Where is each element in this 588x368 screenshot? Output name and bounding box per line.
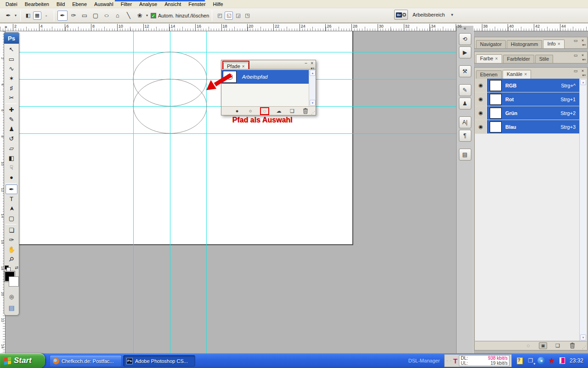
pen-tool[interactable]: ✒	[6, 184, 17, 194]
minimize-close-icons[interactable]: ▭ ×	[574, 38, 585, 43]
magic-wand-tool[interactable]: ✶	[6, 74, 17, 83]
menu-ansicht[interactable]: Ansicht	[161, 1, 185, 7]
tab-close-icon[interactable]: ×	[495, 56, 498, 61]
new-channel-button[interactable]: ❏	[554, 342, 562, 349]
fill-path-button[interactable]: ●	[233, 108, 241, 114]
shape-tool[interactable]: ▢	[6, 213, 17, 223]
tab-histogramm[interactable]: Histogramm	[507, 40, 542, 48]
resize-grip-icon[interactable]: ⋰	[311, 110, 315, 115]
background-color-swatch[interactable]	[9, 276, 19, 287]
auto-add-delete-checkbox[interactable]: ✓	[151, 13, 156, 18]
screen-mode-button[interactable]: ▤	[6, 303, 17, 312]
toolbox-grip[interactable]: »	[5, 24, 7, 29]
quick-mask-button[interactable]: ◎	[6, 292, 17, 301]
delete-path-button[interactable]	[302, 108, 309, 114]
horizontal-guide[interactable]	[6, 133, 456, 134]
workspace-menu[interactable]: Arbeitsbereich	[413, 12, 445, 17]
palette-menu-icon[interactable]: ▾≡	[582, 58, 586, 62]
display-tray-icon[interactable]: ❐▾	[527, 357, 534, 364]
tab-close-icon[interactable]: ×	[524, 72, 527, 77]
subtract-shape-area-button[interactable]: ◱	[225, 12, 233, 20]
collapse-well-icon[interactable]: «	[464, 26, 466, 31]
load-channel-as-selection-button[interactable]: ◌	[524, 342, 532, 349]
custom-shape-tool-button[interactable]: ❀	[135, 11, 145, 21]
menu-analyse[interactable]: Analyse	[136, 1, 161, 7]
rectangular-marquee-tool[interactable]: ▭	[6, 54, 17, 64]
notes-tool[interactable]: ❏	[6, 225, 17, 235]
channel-row-blau[interactable]: ◉BlauStrg+3	[475, 120, 579, 134]
resize-grip-icon[interactable]: ⋰	[582, 345, 586, 350]
tab-farbe[interactable]: Farbe×	[476, 54, 502, 63]
move-tool[interactable]: ↖	[6, 45, 17, 54]
vertical-guide[interactable]	[133, 31, 134, 353]
tab-stile[interactable]: Stile	[535, 55, 553, 63]
workspace-arrow-icon[interactable]: ▼	[450, 13, 454, 17]
type-tool[interactable]: T	[6, 194, 17, 204]
pen-tool-button[interactable]: ✒	[57, 11, 68, 21]
ellipse-tool-button[interactable]: ○	[99, 11, 114, 21]
clone-stamp-tool[interactable]: ♟	[6, 124, 17, 134]
paths-button[interactable]: ▦	[33, 12, 41, 20]
make-work-path-button[interactable]: ☁	[275, 108, 283, 114]
crop-tool[interactable]: ♯	[6, 83, 17, 93]
tab-kanäle[interactable]: Kanäle×	[503, 70, 531, 79]
polygon-tool-button[interactable]: ⌂	[113, 11, 123, 21]
minimize-icon[interactable]: −	[305, 61, 307, 66]
eraser-tool[interactable]: ▱	[6, 144, 17, 153]
paths-scrollbar[interactable]: ▲ ▼	[309, 69, 316, 106]
menu-auswahl[interactable]: Auswahl	[90, 1, 117, 7]
hand-tool[interactable]: ✋	[6, 245, 17, 254]
eyedropper-tool[interactable]: ✑	[6, 235, 17, 245]
visibility-eye-icon[interactable]: ◉	[475, 79, 487, 92]
horizontal-guide[interactable]	[6, 52, 456, 52]
menu-fenster[interactable]: Fenster	[185, 1, 209, 7]
menu-bild[interactable]: Bild	[53, 1, 68, 7]
dsl-manager-label[interactable]: DSL-Manager	[408, 358, 440, 363]
actions-palette-button[interactable]: ▶	[459, 46, 471, 58]
taskbar-task[interactable]: Chefkoch.de: Postfac...	[50, 355, 122, 367]
channel-row-rot[interactable]: ◉RotStrg+1	[475, 92, 579, 106]
current-tool-preview[interactable]: ✒	[3, 11, 13, 21]
app-tray-icon[interactable]: ◄	[537, 357, 545, 364]
tool-presets-palette-button[interactable]: ⚒	[459, 65, 471, 77]
smudge-tool[interactable]: ☟	[6, 163, 17, 172]
delete-channel-button[interactable]	[568, 342, 577, 349]
visibility-eye-icon[interactable]: ◉	[475, 120, 487, 133]
exclude-shape-area-button[interactable]: ◳	[243, 12, 251, 20]
tab-navigator[interactable]: Navigator	[476, 40, 506, 48]
path-selection-tool[interactable]: ➤	[6, 204, 17, 213]
new-path-button[interactable]: ❏	[288, 108, 296, 114]
star-tray-icon[interactable]: ★	[548, 357, 555, 364]
menu-filter[interactable]: Filter	[117, 1, 136, 7]
messenger-tray-icon[interactable]	[560, 357, 565, 364]
tab-info[interactable]: Info×	[543, 40, 564, 48]
shape-layers-button[interactable]: ◧	[24, 12, 32, 20]
palette-menu-icon[interactable]: ▾≡	[582, 43, 586, 47]
save-selection-as-channel-button[interactable]: ◙	[539, 342, 547, 349]
freeform-pen-button[interactable]: ✑	[68, 11, 79, 21]
tool-preset-arrow-icon[interactable]: ▾	[15, 13, 17, 17]
start-button[interactable]: Start	[0, 353, 45, 368]
tab-farbfelder[interactable]: Farbfelder	[503, 55, 534, 63]
lasso-tool[interactable]: ∿	[6, 64, 17, 74]
menu-hilfe[interactable]: Hilfe	[209, 1, 227, 7]
brush-tool[interactable]: ✎	[6, 115, 17, 124]
vertical-guide[interactable]	[170, 31, 170, 353]
stroke-path-button[interactable]: ○	[247, 108, 254, 114]
menu-bearbeiten[interactable]: Bearbeiten	[21, 1, 53, 7]
history-palette-button[interactable]: ⟲	[459, 33, 471, 45]
minimize-close-icons[interactable]: ▭ ×	[574, 69, 585, 73]
channel-row-rgb[interactable]: ◉RGBStrg+^	[475, 79, 579, 92]
menu-datei[interactable]: Datei	[2, 1, 21, 7]
scroll-down-icon[interactable]: ▼	[310, 100, 316, 106]
clone-source-palette-button[interactable]: ♟	[459, 98, 471, 109]
menu-ebene[interactable]: Ebene	[68, 1, 90, 7]
tab-ebenen[interactable]: Ebenen	[476, 70, 502, 79]
shape-options-arrow-icon[interactable]: ▾	[146, 13, 148, 17]
fill-pixels-button[interactable]: ▪	[42, 12, 51, 20]
work-path-row[interactable]: Arbeitspfad	[221, 70, 309, 84]
intersect-shape-area-button[interactable]: ◲	[234, 12, 242, 20]
taskbar-task[interactable]: PsAdobe Photoshop CS...	[123, 355, 195, 367]
brushes-palette-button[interactable]: ✎	[459, 84, 471, 96]
tab-close-icon[interactable]: ×	[558, 41, 560, 46]
